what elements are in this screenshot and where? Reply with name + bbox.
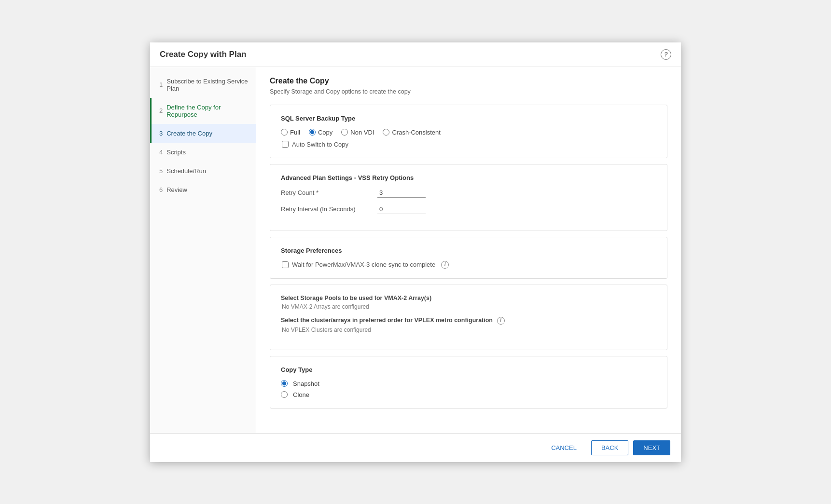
advanced-settings-card: Advanced Plan Settings - VSS Retry Optio… [270, 164, 667, 231]
sidebar-item-label-4: Scripts [166, 149, 186, 156]
page-title: Create the Copy [270, 77, 667, 85]
vplex-heading: Select the cluster/arrays in preferred o… [281, 317, 656, 325]
sidebar-step-number-2: 2 [159, 107, 163, 114]
radio-snapshot-input[interactable] [281, 380, 288, 387]
page-subtitle: Specify Storage and Copy options to crea… [270, 88, 667, 95]
auto-switch-checkbox-label[interactable]: Auto Switch to Copy [282, 141, 656, 148]
sidebar-step-number-6: 6 [159, 186, 163, 193]
auto-switch-checkbox[interactable] [282, 141, 289, 148]
radio-nonvdi-input[interactable] [341, 129, 348, 136]
modal-header: Create Copy with Plan ? [150, 42, 681, 67]
wait-powermax-label: Wait for PowerMax/VMAX-3 clone sync to c… [292, 261, 435, 268]
radio-crash-input[interactable] [383, 129, 389, 136]
back-button[interactable]: BACK [591, 440, 628, 455]
radio-crash[interactable]: Crash-Consistent [383, 129, 440, 136]
sidebar-item-4[interactable]: 4 Scripts [150, 143, 256, 162]
wait-powermax-info-icon[interactable]: i [441, 261, 449, 269]
copy-type-card: Copy Type Snapshot Clone [270, 356, 667, 409]
vplex-empty-message: No VPLEX Clusters are configured [282, 327, 656, 333]
radio-nonvdi-label: Non VDI [350, 129, 374, 136]
sidebar-item-3[interactable]: 3 Create the Copy [150, 124, 256, 143]
radio-copy-input[interactable] [309, 129, 316, 136]
copy-type-radio-group: Snapshot Clone [281, 380, 656, 398]
copy-type-heading: Copy Type [281, 366, 656, 373]
radio-full-label: Full [290, 129, 300, 136]
cancel-button[interactable]: CANCEL [541, 441, 586, 455]
retry-count-label: Retry Count * [281, 189, 377, 196]
radio-full-input[interactable] [281, 129, 288, 136]
wait-powermax-checkbox-label[interactable]: Wait for PowerMax/VMAX-3 clone sync to c… [282, 261, 656, 269]
sidebar-item-label-1: Subscribe to Existing Service Plan [166, 78, 248, 92]
radio-copy-label: Copy [318, 129, 332, 136]
sidebar: 1 Subscribe to Existing Service Plan 2 D… [150, 67, 256, 433]
retry-count-input[interactable] [377, 188, 426, 198]
next-button[interactable]: NEXT [633, 440, 670, 455]
sql-backup-heading: SQL Server Backup Type [281, 115, 656, 122]
sidebar-item-2[interactable]: 2 Define the Copy for Repurpose [150, 98, 256, 124]
modal-body: 1 Subscribe to Existing Service Plan 2 D… [150, 67, 681, 433]
wait-powermax-checkbox[interactable] [282, 261, 289, 268]
sidebar-item-label-6: Review [166, 186, 187, 193]
radio-nonvdi[interactable]: Non VDI [341, 129, 374, 136]
radio-full[interactable]: Full [281, 129, 300, 136]
vmax2-empty-message: No VMAX-2 Arrays are configured [282, 303, 656, 310]
sidebar-item-1[interactable]: 1 Subscribe to Existing Service Plan [150, 72, 256, 98]
modal-title: Create Copy with Plan [160, 50, 246, 59]
radio-clone[interactable]: Clone [281, 391, 656, 398]
modal-footer: CANCEL BACK NEXT [150, 433, 681, 462]
sidebar-item-label-5: Schedule/Run [166, 167, 206, 175]
help-icon[interactable]: ? [661, 49, 671, 60]
retry-interval-input[interactable] [377, 204, 426, 214]
retry-interval-label: Retry Interval (In Seconds) [281, 205, 377, 213]
sql-backup-card: SQL Server Backup Type Full Copy Non VDI [270, 105, 667, 158]
storage-preferences-heading: Storage Preferences [281, 247, 656, 254]
sidebar-item-6[interactable]: 6 Review [150, 180, 256, 199]
sql-backup-radio-group: Full Copy Non VDI Crash-Consistent [281, 129, 656, 136]
sidebar-step-number-3: 3 [159, 130, 163, 137]
radio-snapshot-label: Snapshot [293, 380, 319, 387]
retry-interval-row: Retry Interval (In Seconds) [281, 204, 656, 214]
radio-clone-input[interactable] [281, 391, 288, 398]
sidebar-item-label-2: Define the Copy for Repurpose [166, 104, 248, 118]
sidebar-step-number-4: 4 [159, 149, 163, 156]
storage-pools-card: Select Storage Pools to be used for VMAX… [270, 285, 667, 350]
auto-switch-label: Auto Switch to Copy [292, 141, 348, 148]
radio-crash-label: Crash-Consistent [392, 129, 440, 136]
sidebar-item-5[interactable]: 5 Schedule/Run [150, 162, 256, 180]
sidebar-item-label-3: Create the Copy [166, 130, 212, 137]
storage-preferences-card: Storage Preferences Wait for PowerMax/VM… [270, 237, 667, 279]
retry-count-row: Retry Count * [281, 188, 656, 198]
vmax2-section: Select Storage Pools to be used for VMAX… [281, 295, 656, 310]
radio-snapshot[interactable]: Snapshot [281, 380, 656, 387]
modal-wrapper: Create Copy with Plan ? 1 Subscribe to E… [150, 42, 681, 462]
radio-clone-label: Clone [293, 391, 309, 398]
main-content: Create the Copy Specify Storage and Copy… [256, 67, 681, 433]
vplex-info-icon[interactable]: i [497, 317, 505, 325]
advanced-settings-heading: Advanced Plan Settings - VSS Retry Optio… [281, 174, 656, 181]
radio-copy[interactable]: Copy [309, 129, 332, 136]
sidebar-step-number-5: 5 [159, 167, 163, 175]
vplex-section: Select the cluster/arrays in preferred o… [281, 317, 656, 333]
sidebar-step-number-1: 1 [159, 81, 163, 88]
vmax2-heading: Select Storage Pools to be used for VMAX… [281, 295, 656, 301]
